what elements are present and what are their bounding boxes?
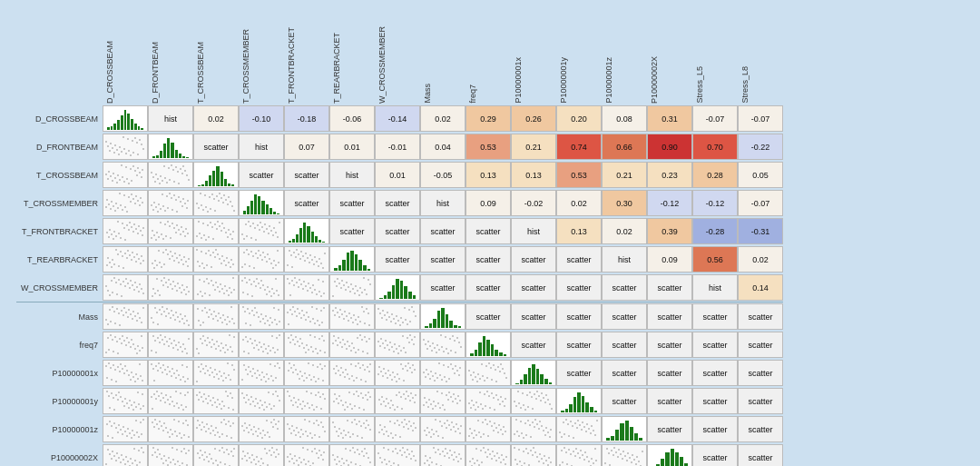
cell-2-4: scatter [284, 162, 329, 188]
svg-point-666 [361, 306, 363, 308]
svg-point-287 [185, 261, 187, 263]
svg-point-943 [171, 375, 172, 377]
svg-point-1257 [345, 402, 347, 403]
svg-point-737 [166, 341, 168, 342]
svg-point-327 [258, 250, 260, 252]
svg-point-1754 [294, 455, 296, 457]
svg-point-87 [108, 203, 110, 205]
svg-point-1159 [167, 399, 169, 401]
svg-point-1513 [349, 436, 351, 438]
svg-point-1934 [633, 459, 635, 461]
cell-12-4 [284, 444, 329, 466]
svg-point-257 [118, 265, 120, 267]
svg-point-803 [324, 352, 326, 353]
svg-point-1103 [486, 377, 488, 379]
svg-point-1582 [494, 422, 495, 424]
cell-0-5: -0.06 [329, 105, 375, 132]
svg-point-820 [323, 340, 325, 342]
svg-point-1311 [430, 403, 432, 405]
svg-point-1020 [317, 366, 318, 368]
svg-point-1448 [225, 423, 227, 425]
svg-point-1686 [183, 448, 185, 450]
svg-point-54 [164, 177, 166, 179]
svg-point-956 [201, 363, 202, 365]
svg-point-1761 [300, 461, 302, 463]
svg-point-984 [277, 362, 279, 364]
svg-point-634 [303, 314, 305, 316]
svg-point-1845 [453, 459, 455, 461]
svg-point-751 [230, 346, 231, 348]
svg-point-367 [318, 265, 319, 267]
svg-point-93 [119, 193, 121, 194]
table-row: P10000002Xscatterscatter [16, 443, 783, 466]
svg-point-495 [298, 286, 299, 288]
svg-point-235 [266, 228, 268, 230]
svg-point-1870 [505, 463, 506, 465]
svg-point-1125 [118, 392, 120, 393]
svg-point-25 [131, 180, 132, 182]
svg-point-237 [257, 224, 259, 226]
svg-point-772 [211, 346, 212, 348]
svg-point-415 [165, 282, 167, 283]
svg-point-1556 [446, 420, 448, 421]
svg-point-1043 [339, 374, 341, 376]
svg-point-565 [159, 309, 161, 311]
svg-point-523 [336, 285, 338, 287]
svg-point-7 [105, 141, 107, 143]
svg-point-1018 [288, 370, 289, 372]
svg-point-521 [345, 289, 347, 291]
svg-point-71 [163, 165, 165, 167]
svg-point-782 [254, 340, 256, 342]
svg-point-348 [277, 250, 279, 252]
svg-point-1176 [217, 399, 219, 401]
svg-point-1031 [356, 377, 358, 379]
cell-0-12: 0.31 [647, 105, 692, 132]
svg-point-1329 [475, 402, 477, 403]
svg-point-990 [250, 371, 251, 372]
svg-point-618 [249, 312, 250, 314]
svg-point-232 [241, 233, 243, 235]
svg-point-496 [293, 284, 295, 286]
svg-point-1090 [456, 370, 458, 372]
svg-point-1431 [226, 435, 228, 437]
svg-point-36 [119, 179, 121, 181]
cell-11-12: scatter [647, 416, 692, 442]
svg-point-65 [152, 176, 154, 178]
row-label-12: P10000002X [16, 443, 103, 466]
svg-point-1055 [412, 364, 414, 366]
svg-point-1342 [493, 397, 495, 399]
svg-point-1853 [505, 456, 507, 458]
svg-point-1496 [299, 436, 301, 438]
svg-point-1428 [201, 421, 203, 423]
svg-point-664 [332, 310, 334, 312]
svg-point-1187 [205, 398, 207, 400]
svg-point-1722 [223, 451, 225, 453]
cell-7-0 [103, 303, 148, 330]
svg-point-1564 [448, 424, 450, 426]
svg-point-1165 [178, 407, 180, 409]
row-label-7: Mass [16, 302, 103, 331]
cell-5-11: hist [602, 246, 647, 273]
svg-point-400 [157, 290, 159, 292]
svg-point-1928 [622, 451, 624, 452]
svg-point-939 [151, 363, 152, 365]
svg-point-1783 [366, 452, 368, 454]
cell-9-2 [193, 360, 239, 386]
svg-point-1338 [473, 404, 475, 406]
svg-point-407 [163, 277, 165, 279]
svg-point-611 [242, 306, 244, 308]
svg-point-40 [139, 172, 141, 174]
svg-point-103 [162, 205, 164, 207]
cell-9-1 [148, 360, 193, 386]
svg-point-1735 [253, 459, 255, 461]
svg-point-668 [352, 322, 354, 323]
cell-8-9: scatter [511, 332, 556, 358]
svg-point-161 [106, 232, 108, 233]
svg-point-655 [335, 307, 337, 309]
svg-point-1748 [270, 454, 272, 456]
svg-point-341 [270, 263, 272, 264]
svg-point-349 [272, 267, 274, 269]
cell-10-11: scatter [602, 388, 647, 414]
svg-point-1438 [232, 422, 234, 424]
svg-point-879 [436, 344, 438, 346]
